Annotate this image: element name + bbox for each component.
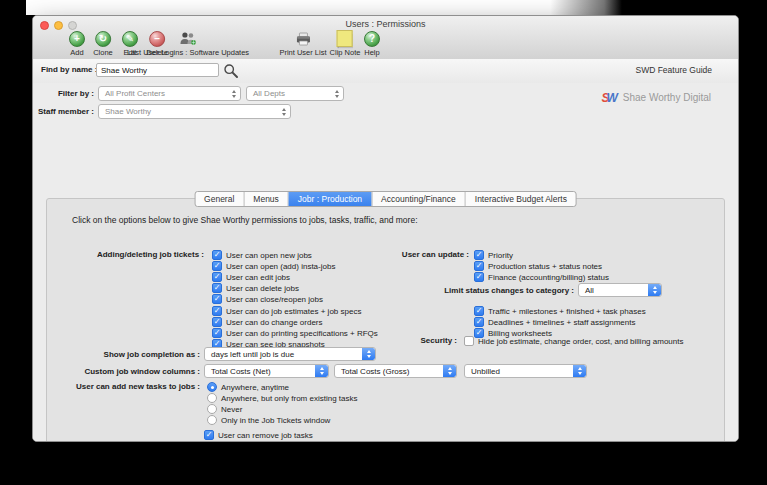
checkbox[interactable]	[212, 250, 222, 260]
checkbox-label: User can open (add) insta-jobs	[226, 262, 335, 271]
tab-accounting-finance[interactable]: Accounting/Finance	[372, 192, 466, 206]
window-chrome: Users : Permissions + Add ↻ Clone ✎ Edit…	[33, 16, 738, 60]
staff-member-select[interactable]: Shae Worthy	[98, 104, 291, 119]
last-user-logins-label: Last User Logins : Software Updates	[127, 48, 249, 57]
custom-column-2-select[interactable]: Total Costs (Gross)	[334, 364, 457, 378]
cb-row-hide-amounts[interactable]: Hide job estimate, change order, cost, a…	[464, 336, 683, 346]
add-button[interactable]: + Add	[69, 30, 85, 57]
checkbox-label: Hide job estimate, change order, cost, a…	[478, 337, 683, 346]
cb-row-remove-job-tasks[interactable]: User can remove job tasks	[204, 430, 313, 440]
find-by-name-input[interactable]	[96, 63, 219, 77]
help-button[interactable]: ? Help	[364, 30, 380, 57]
checkbox-label: Production status + status notes	[488, 262, 602, 271]
checkbox-label: Deadlines + timelines + staff assignment…	[488, 318, 635, 327]
print-user-list-button[interactable]: Print User List	[279, 30, 326, 57]
brand-name: Shae Worthy Digital	[623, 92, 711, 103]
users-permissions-window: Users : Permissions + Add ↻ Clone ✎ Edit…	[32, 15, 739, 442]
print-user-list-label: Print User List	[279, 48, 326, 57]
cb-row-open-insta-jobs[interactable]: User can open (add) insta-jobs	[212, 261, 335, 271]
job-completion-select[interactable]: days left until job is due	[204, 347, 376, 361]
radio-anywhere-anytime[interactable]: Anywhere, anytime	[207, 382, 289, 392]
show-job-completion-label: Show job completion as :	[47, 350, 200, 360]
users-icon	[179, 31, 197, 46]
cb-row-edit-jobs[interactable]: User can edit jobs	[212, 272, 290, 282]
radio-button[interactable]	[207, 404, 217, 414]
cb-row-priority[interactable]: Priority	[474, 250, 513, 260]
help-label: Help	[364, 48, 380, 57]
add-label: Add	[69, 48, 85, 57]
cb-row-estimates-specs[interactable]: User can do job estimates + job specs	[212, 306, 361, 316]
stepper-icon	[362, 348, 375, 360]
checkbox[interactable]	[212, 328, 222, 338]
tab-menus[interactable]: Menus	[244, 192, 289, 206]
cb-row-production-status[interactable]: Production status + status notes	[474, 261, 602, 271]
limit-status-category-select[interactable]: All	[578, 283, 662, 297]
tab-jobr-production[interactable]: Jobr : Production	[289, 192, 372, 206]
radio-button[interactable]	[207, 393, 217, 403]
checkbox[interactable]	[212, 272, 222, 282]
last-user-logins-button[interactable]: Last User Logins : Software Updates	[127, 30, 249, 57]
tab-general[interactable]: General	[195, 192, 244, 206]
profit-centers-value: All Profit Centers	[99, 89, 227, 98]
checkbox[interactable]	[474, 306, 484, 316]
checkbox[interactable]	[212, 283, 222, 293]
cb-row-close-reopen-jobs[interactable]: User can close/reopen jobs	[212, 294, 323, 304]
clone-button[interactable]: ↻ Clone	[93, 30, 113, 57]
checkbox[interactable]	[212, 261, 222, 271]
custom-column-3-select[interactable]: Unbilled	[464, 364, 587, 378]
stepper-icon	[443, 365, 456, 377]
stepper-icon	[227, 87, 240, 100]
depts-select[interactable]: All Depts	[246, 86, 344, 101]
cb-row-finance-status[interactable]: Finance (accounting/billing) status	[474, 272, 609, 282]
permissions-panel: Click on the options below to give Shae …	[46, 198, 725, 442]
stepper-icon	[277, 105, 290, 118]
job-completion-value: days left until job is due	[205, 350, 362, 359]
page-background-strip	[26, 0, 622, 15]
checkbox[interactable]	[474, 317, 484, 327]
stepper-icon	[330, 87, 343, 100]
cb-row-traffic-milestones[interactable]: Traffic + milestones + finished + task p…	[474, 306, 646, 316]
checkbox-label: Finance (accounting/billing) status	[488, 273, 609, 282]
radio-label: Anywhere, but only from existing tasks	[221, 394, 358, 403]
checkbox[interactable]	[474, 250, 484, 260]
radio-label: Only in the Job Tickets window	[221, 416, 330, 425]
tab-interactive-budget-alerts[interactable]: Interactive Budget Alerts	[466, 192, 576, 206]
stepper-icon	[315, 365, 328, 377]
swd-feature-guide-link[interactable]: SWD Feature Guide	[635, 65, 712, 75]
checkbox[interactable]	[474, 272, 484, 282]
clip-note-button[interactable]: Clip Note	[330, 30, 361, 57]
brand: SW Shae Worthy Digital	[601, 88, 711, 106]
profit-centers-select[interactable]: All Profit Centers	[98, 86, 241, 101]
radio-only-job-tickets[interactable]: Only in the Job Tickets window	[207, 415, 330, 425]
checkbox[interactable]	[204, 430, 214, 440]
cb-row-delete-jobs[interactable]: User can delete jobs	[212, 283, 299, 293]
window-title: Users : Permissions	[33, 19, 738, 29]
radio-never[interactable]: Never	[207, 404, 242, 414]
cb-row-change-orders[interactable]: User can do change orders	[212, 317, 323, 327]
cb-row-open-new-jobs[interactable]: User can open new jobs	[212, 250, 312, 260]
checkbox-label: User can edit jobs	[226, 273, 290, 282]
security-label: Security :	[347, 336, 457, 346]
radio-label: Anywhere, anytime	[221, 383, 289, 392]
adding-deleting-tickets-label: Adding/deleting job tickets :	[47, 250, 204, 260]
checkbox-label: User can delete jobs	[226, 284, 299, 293]
limit-status-category-label: Limit status changes to category :	[377, 286, 574, 296]
checkbox-label: Traffic + milestones + finished + task p…	[488, 307, 646, 316]
custom-column-1-value: Total Costs (Net)	[205, 367, 315, 376]
custom-column-1-select[interactable]: Total Costs (Net)	[204, 364, 329, 378]
custom-column-2-value: Total Costs (Gross)	[335, 367, 443, 376]
checkbox[interactable]	[464, 336, 474, 346]
help-icon: ?	[364, 31, 380, 47]
checkbox[interactable]	[212, 306, 222, 316]
checkbox[interactable]	[212, 317, 222, 327]
cb-row-deadlines-timelines[interactable]: Deadlines + timelines + staff assignment…	[474, 317, 635, 327]
search-icon[interactable]	[223, 63, 239, 79]
checkbox[interactable]	[474, 261, 484, 271]
checkbox-label: User can open new jobs	[226, 251, 312, 260]
radio-anywhere-existing[interactable]: Anywhere, but only from existing tasks	[207, 393, 358, 403]
radio-button[interactable]	[207, 415, 217, 425]
user-can-update-label: User can update :	[312, 250, 469, 260]
radio-button[interactable]	[207, 382, 217, 392]
add-new-tasks-label: User can add new tasks to jobs :	[47, 382, 200, 392]
checkbox[interactable]	[212, 294, 222, 304]
